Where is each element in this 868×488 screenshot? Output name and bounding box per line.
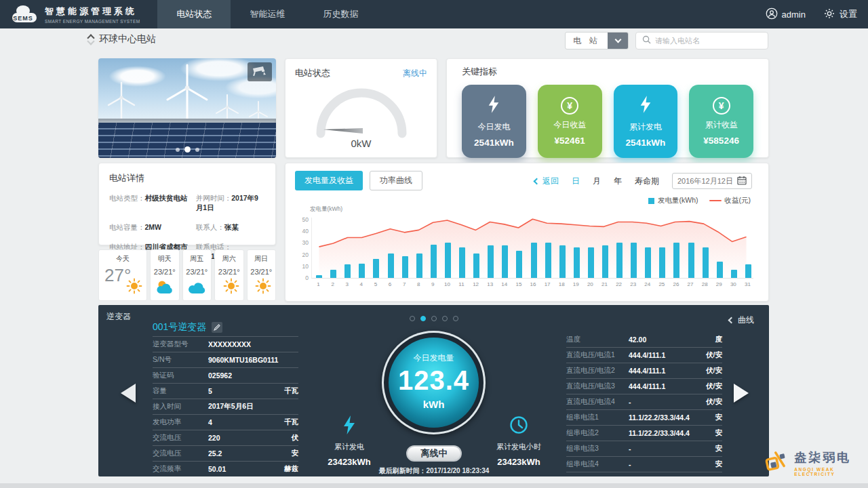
x-tick: 13 [483, 281, 497, 287]
caret-down-icon [614, 37, 621, 43]
cloud-logo-icon: SEMS [9, 5, 39, 24]
filter-dropdown-button[interactable] [608, 33, 628, 49]
period-tab-日[interactable]: 日 [572, 176, 580, 187]
row-label: 直流电压/电流2 [566, 366, 629, 375]
weather-temp: 23/21° [215, 268, 243, 276]
carousel-dot[interactable] [176, 148, 180, 152]
period-tab-寿命期[interactable]: 寿命期 [635, 176, 659, 187]
y-tick: 0 [292, 274, 309, 281]
user-menu[interactable]: admin [766, 7, 806, 22]
y-tick: 30 [292, 239, 309, 246]
weather-card-周五: 周五23/21° [182, 249, 212, 301]
station-filter-select[interactable]: 电 站 [565, 32, 629, 49]
bar-day-21[interactable] [602, 245, 608, 278]
bar-day-1[interactable] [316, 275, 322, 278]
detail-label: 电站类型： [109, 194, 145, 202]
bar-day-12[interactable] [473, 253, 479, 278]
sun-cloud-icon [155, 279, 175, 294]
bar-day-14[interactable] [502, 245, 508, 278]
next-inverter-button[interactable] [734, 384, 749, 403]
inverter-dot-3[interactable] [431, 316, 437, 321]
tab-power-curve[interactable]: 功率曲线 [370, 171, 422, 190]
weather-card-周日: 周日23/21° [247, 249, 277, 301]
bar-day-30[interactable] [731, 270, 737, 278]
bar-day-26[interactable] [673, 243, 679, 278]
station-collapse-control[interactable] [88, 35, 94, 44]
pencil-icon [214, 324, 220, 331]
period-tab-月[interactable]: 月 [593, 176, 601, 187]
bar-day-28[interactable] [703, 247, 709, 278]
curve-link[interactable]: 曲线 [729, 314, 754, 326]
nav-tab-智能运维[interactable]: 智能运维 [231, 0, 304, 28]
bar-day-15[interactable] [516, 251, 522, 278]
legend-label: 收益(元) [725, 196, 751, 205]
indicator-tile-累计收益[interactable]: ¥累计收益¥585246 [689, 85, 753, 158]
inverter-status-button[interactable]: 离线中 [406, 445, 462, 462]
bar-day-25[interactable] [659, 247, 665, 278]
bar-day-3[interactable] [344, 264, 351, 278]
nav-tab-电站状态[interactable]: 电站状态 [157, 0, 231, 28]
bar-day-7[interactable] [402, 256, 408, 278]
bar-day-23[interactable] [631, 243, 637, 278]
bar-day-17[interactable] [545, 243, 551, 278]
lightning-icon [639, 95, 652, 114]
bar-day-18[interactable] [559, 245, 566, 278]
back-label: 返回 [542, 176, 559, 187]
x-tick: 17 [540, 281, 555, 287]
bar-day-4[interactable] [359, 264, 365, 278]
x-tick: 5 [368, 281, 382, 287]
carousel-dot[interactable] [184, 146, 191, 152]
table-row: 温度42.00度 [566, 332, 722, 348]
weather-icon-wrap [126, 278, 142, 297]
weather-day: 明天 [151, 254, 179, 264]
indicator-tile-今日发电[interactable]: 今日发电2541kWh [462, 85, 526, 158]
prev-inverter-button[interactable] [121, 384, 136, 403]
bar-day-24[interactable] [645, 247, 651, 278]
period-tab-年[interactable]: 年 [614, 176, 622, 187]
photo-carousel-dots [98, 146, 276, 152]
settings-button[interactable]: 设置 [823, 7, 857, 22]
inverter-dot-1[interactable] [410, 316, 415, 321]
bar-day-16[interactable] [531, 243, 537, 278]
bar-day-5[interactable] [373, 259, 379, 278]
carousel-dot[interactable] [195, 148, 199, 152]
inverter-dot-4[interactable] [442, 316, 448, 321]
navbar: SEMS 智慧能源管理系统 SMART ENERGY MANAGEMENT SY… [0, 0, 868, 28]
weather-card-明天: 明天23/21° [150, 249, 180, 301]
y-axis-title: 发电量(kWh) [310, 205, 342, 214]
edit-inverter-button[interactable] [212, 322, 222, 333]
nav-tab-历史数据[interactable]: 历史数据 [304, 0, 377, 28]
bar-day-11[interactable] [459, 247, 465, 278]
detail-label: 电站容量： [109, 223, 145, 231]
station-photo-carousel[interactable] [98, 58, 276, 158]
bar-day-27[interactable] [688, 243, 694, 278]
date-picker[interactable]: 2016年12月12日 [672, 173, 752, 189]
search-input[interactable] [655, 37, 762, 45]
row-value: 9060KMTU16BG0111 [208, 356, 298, 364]
bar-day-22[interactable] [616, 243, 623, 278]
indicator-tile-今日收益[interactable]: ¥今日收益¥52461 [538, 85, 602, 158]
table-row: 组串电流211.1/22.2/33.3/44.4安 [566, 426, 722, 441]
bar-day-19[interactable] [574, 247, 580, 278]
bar-day-20[interactable] [588, 247, 594, 278]
row-unit: 赫兹 [284, 464, 298, 474]
bar-day-6[interactable] [388, 253, 394, 278]
bar-day-10[interactable] [445, 243, 451, 278]
bar-day-31[interactable] [745, 264, 751, 278]
status-badge[interactable]: 离线中 [403, 68, 427, 79]
indicator-tile-累计发电[interactable]: 累计发电2541kWh [614, 85, 678, 158]
yuan-icon: ¥ [713, 97, 730, 115]
tab-energy-revenue[interactable]: 发电量及收益 [295, 171, 363, 190]
bar-day-13[interactable] [488, 245, 494, 278]
cctv-camera-button[interactable] [248, 62, 272, 81]
inverter-dot-2[interactable] [420, 316, 426, 321]
bar-day-9[interactable] [431, 245, 437, 278]
detail-value: 张某 [224, 223, 239, 231]
inverter-dot-5[interactable] [453, 316, 458, 321]
bar-day-2[interactable] [330, 270, 336, 278]
bar-day-8[interactable] [416, 253, 422, 278]
x-tick: 21 [597, 281, 612, 287]
search-box [635, 32, 768, 49]
back-link[interactable]: 返回 [534, 176, 559, 187]
bar-day-29[interactable] [717, 262, 723, 278]
